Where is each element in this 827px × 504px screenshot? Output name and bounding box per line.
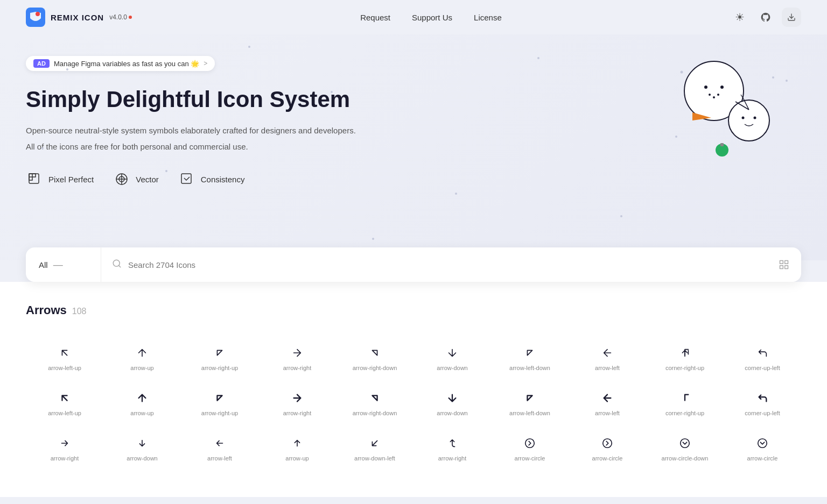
icon-arrow-right-2[interactable]: arrow-right (258, 380, 336, 425)
ad-arrow-icon: > (204, 60, 207, 67)
ad-text: Manage Figma variables as fast as you ca… (54, 60, 199, 68)
icon-arrow-right-up-1[interactable]: arrow-right-up (181, 335, 258, 380)
search-input[interactable] (128, 260, 762, 269)
sun-icon: ☀ (735, 11, 745, 24)
version-badge: v4.0.0 (109, 13, 132, 21)
svg-point-12 (709, 94, 711, 96)
icon-corner-up-left-2[interactable]: corner-up-left (724, 380, 801, 425)
category-label: All (39, 260, 48, 269)
section-count: 108 (72, 307, 87, 316)
search-bar: All — (26, 247, 801, 282)
download-icon (787, 12, 796, 22)
header: REMIX ICON v4.0.0 Request Support Us Lic… (0, 0, 827, 34)
section-header: Arrows 108 (26, 303, 801, 317)
consistency-icon (178, 171, 195, 188)
icon-arrow-left-s[interactable]: arrow-left (181, 425, 258, 470)
pixel-perfect-icon (26, 171, 43, 188)
nav-support[interactable]: Support Us (412, 13, 452, 22)
svg-point-21 (772, 76, 774, 79)
hero-title: Simply Delightful Icon System (26, 86, 376, 113)
github-icon (760, 12, 771, 23)
hero-svg (665, 51, 784, 169)
svg-point-13 (713, 96, 715, 98)
feature-pixel-perfect: Pixel Perfect (26, 171, 94, 188)
icon-arrow-down-circle-2[interactable]: arrow-circle (724, 425, 801, 470)
svg-rect-19 (720, 143, 724, 146)
category-select[interactable]: All — (26, 247, 101, 282)
icon-arrow-right-s[interactable]: arrow-right (26, 425, 103, 470)
search-section: All — (0, 247, 827, 282)
hero-desc-2: All of the icons are free for both perso… (26, 140, 360, 154)
svg-rect-26 (780, 266, 783, 269)
download-button[interactable] (782, 8, 801, 27)
icon-corner-right-up-2[interactable]: corner-right-up (646, 380, 724, 425)
icon-arrow-right-1[interactable]: arrow-right (258, 335, 336, 380)
svg-rect-25 (785, 261, 788, 264)
github-button[interactable] (756, 8, 775, 27)
header-actions: ☀ (730, 8, 801, 27)
icon-arrow-left-down-1[interactable]: arrow-left-down (491, 335, 569, 380)
icon-arrow-up-2[interactable]: arrow-up (103, 380, 181, 425)
search-input-wrap (101, 259, 773, 271)
svg-point-16 (742, 117, 745, 119)
icon-arrow-go-forward[interactable]: arrow-right (414, 425, 491, 470)
logo-text: REMIX ICON (51, 13, 104, 22)
icon-corner-up-left-1[interactable]: corner-up-left (724, 335, 801, 380)
feature-pixel-perfect-label: Pixel Perfect (48, 175, 94, 184)
icon-arrow-right-down-2[interactable]: arrow-right-down (336, 380, 414, 425)
icon-arrow-up-1[interactable]: arrow-up (103, 335, 181, 380)
svg-point-31 (758, 439, 767, 448)
theme-toggle-button[interactable]: ☀ (730, 8, 749, 27)
header-nav: Request Support Us License (360, 13, 502, 22)
icon-arrow-down-s[interactable]: arrow-down (103, 425, 181, 470)
svg-point-11 (720, 86, 724, 89)
svg-point-28 (525, 439, 535, 448)
nav-license[interactable]: License (474, 13, 502, 22)
icon-arrow-left-2[interactable]: arrow-left (569, 380, 646, 425)
icon-arrow-left-up-2[interactable]: arrow-left-up (26, 380, 103, 425)
icon-arrow-right-up-2[interactable]: arrow-right-up (181, 380, 258, 425)
svg-point-30 (681, 439, 690, 448)
svg-point-10 (704, 86, 707, 89)
section-title: Arrows (26, 303, 67, 317)
version-dot (129, 16, 132, 19)
icon-arrow-left-down-2[interactable]: arrow-left-down (491, 380, 569, 425)
icon-grid-row-2: arrow-left-up arrow-up arrow-right-up ar… (26, 380, 801, 425)
svg-point-1 (36, 12, 40, 16)
icon-corner-right-up-1[interactable]: corner-right-up (646, 335, 724, 380)
svg-point-20 (681, 71, 683, 74)
feature-consistency-label: Consistency (201, 175, 245, 184)
hero-illustration (665, 51, 784, 169)
logo-area: REMIX ICON v4.0.0 (26, 8, 132, 27)
category-dash-icon: — (53, 259, 63, 271)
svg-point-22 (675, 136, 677, 138)
svg-rect-24 (780, 261, 783, 264)
svg-rect-8 (181, 174, 191, 183)
icon-arrow-up-s[interactable]: arrow-up (258, 425, 336, 470)
icon-grid-row-1: arrow-left-up arrow-up arrow-right-up ar… (26, 335, 801, 380)
logo-icon (26, 8, 45, 27)
icon-arrow-down-2[interactable]: arrow-down (414, 380, 491, 425)
svg-rect-3 (29, 174, 39, 183)
svg-rect-27 (785, 266, 788, 269)
nav-request[interactable]: Request (360, 13, 390, 22)
icon-arrow-right-circle-2[interactable]: arrow-circle (569, 425, 646, 470)
vector-icon (113, 171, 130, 188)
icon-arrow-down-left[interactable]: arrow-down-left (336, 425, 414, 470)
icon-arrow-right-down-1[interactable]: arrow-right-down (336, 335, 414, 380)
svg-point-14 (717, 94, 719, 96)
svg-point-17 (754, 117, 756, 119)
ad-banner[interactable]: AD Manage Figma variables as fast as you… (26, 56, 215, 71)
feature-vector: Vector (113, 171, 159, 188)
icon-arrow-down-1[interactable]: arrow-down (414, 335, 491, 380)
grid-icon (779, 259, 789, 270)
icon-arrow-left-up-1[interactable]: arrow-left-up (26, 335, 103, 380)
svg-point-15 (728, 100, 769, 141)
icon-arrow-right-circle[interactable]: arrow-circle (491, 425, 569, 470)
main-content: Arrows 108 arrow-left-up arrow-up arrow-… (0, 282, 827, 497)
feature-consistency: Consistency (178, 171, 245, 188)
ad-badge: AD (33, 59, 50, 68)
icon-arrow-left-1[interactable]: arrow-left (569, 335, 646, 380)
icon-arrow-down-circle[interactable]: arrow-circle-down (646, 425, 724, 470)
copy-layout-button[interactable] (773, 254, 795, 275)
